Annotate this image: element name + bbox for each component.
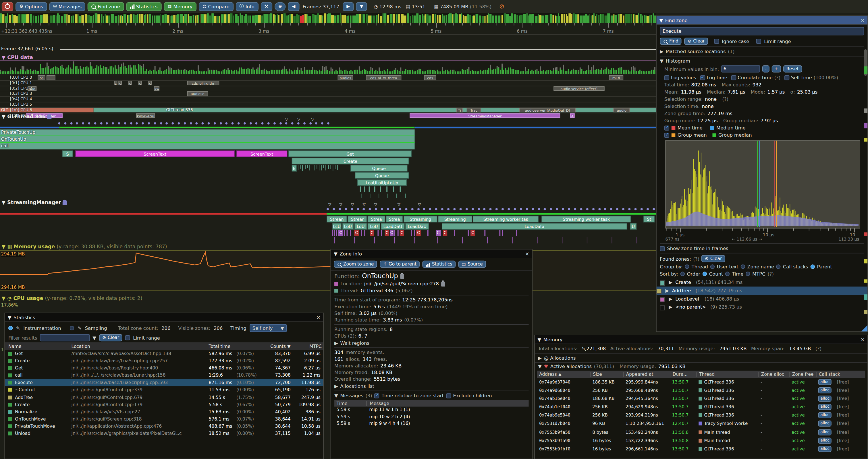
cpu-zone[interactable]: cds (424, 75, 436, 80)
tiny-zone[interactable] (334, 230, 335, 236)
zone-bar[interactable] (0, 136, 415, 143)
column-header[interactable]: Name (8, 344, 70, 349)
info-button[interactable]: ⓘInfo (236, 2, 258, 11)
zone-statistics-button[interactable]: Statistics (423, 261, 456, 268)
cpu-zone[interactable]: c (149, 81, 152, 85)
search-input[interactable]: Execute (660, 27, 864, 35)
go-to-parent-button[interactable]: ↑Go to parent (380, 261, 420, 268)
allocation-row[interactable]: 0x7553b9fa508 bytes153,492,240ns13:50.8M… (537, 428, 865, 436)
column-header[interactable]: Zone free (789, 372, 813, 376)
tiny-zone[interactable] (414, 230, 415, 236)
location-value[interactable]: jni/../jni/src/guif/Screen.cpp:278 (364, 281, 439, 287)
cpu-zone[interactable]: c (114, 81, 118, 85)
tiny-zone[interactable] (427, 230, 429, 236)
cpu-zone[interactable]: c (138, 81, 142, 85)
column-header[interactable]: Counts ▼ (264, 344, 291, 349)
allocations-list-expander[interactable]: ▶Allocations list (334, 384, 528, 389)
statistics-row[interactable]: Executejni/../jni/src/claw/base/LuaScrip… (5, 379, 323, 386)
cumulate-checkbox[interactable] (731, 75, 736, 80)
tiny-zone[interactable] (484, 230, 486, 236)
tiny-zone[interactable]: C (390, 230, 394, 236)
tiny-zone[interactable] (468, 230, 469, 236)
group-by-radio[interactable] (685, 264, 689, 269)
tiny-zone[interactable] (516, 230, 517, 236)
message-marker-icon[interactable]: ▽ (418, 202, 421, 207)
zone-bar[interactable] (0, 143, 415, 149)
cpu-plot-header[interactable]: ▼ ◔ CPU usage (y-range: 0.78%, visible d… (2, 295, 143, 301)
statistics-row[interactable]: ~Controljni/../jni/src/guif/Control.cpp:… (5, 386, 323, 394)
zoom-to-zone-button[interactable]: Zoom to zone (334, 261, 377, 268)
tiny-zone[interactable]: C (416, 230, 421, 236)
alloc-callstack-button[interactable]: alloc (818, 379, 832, 385)
message-marker-icon[interactable]: ▽ (297, 118, 300, 122)
clear-filter-button[interactable]: ⊗Clear (99, 334, 123, 341)
frame-dropdown-button[interactable]: ▼ (356, 2, 367, 11)
message-row[interactable]: 5.59 smip 11 w 1 h 1 (1) (334, 407, 528, 414)
cpu-zone[interactable]: audio (613, 108, 630, 112)
zone-bar[interactable]: LoadDaU (405, 223, 429, 230)
column-header[interactable]: Location (71, 344, 205, 349)
power-button[interactable] (2, 2, 13, 11)
allocation-row[interactable]: 0x7553b9fbf016 bytes296,661,146ns13:50.7… (537, 445, 865, 453)
message-marker-icon[interactable]: ▽ (339, 202, 342, 207)
zone-bar[interactable]: LoU (342, 223, 353, 230)
collapse-icon[interactable]: ▼ (8, 315, 11, 320)
min-bin-input[interactable]: 6 (721, 65, 760, 72)
zone-bar[interactable]: Get (288, 151, 412, 157)
log-time-checkbox[interactable] (700, 75, 705, 80)
alloc-callstack-button[interactable]: alloc (818, 413, 832, 419)
cpu-zone[interactable]: Trac (467, 108, 481, 112)
collapse-icon[interactable]: ▼ (537, 337, 541, 342)
column-header[interactable]: Thread (696, 372, 715, 376)
time-axis[interactable]: 1 ms2 ms3 ms4 ms5 ms6 ms7 ms (0, 23, 656, 35)
tiny-zone[interactable] (364, 230, 365, 236)
find-zone-button[interactable]: Find zone (88, 2, 124, 11)
active-allocations-expander[interactable]: ▼♥Active allocations(70,311)Memory usage… (535, 362, 867, 370)
cpu-zone[interactable]: audios (338, 75, 353, 80)
column-header[interactable]: Total time (209, 344, 263, 349)
collapse-icon[interactable]: ▼ (659, 18, 663, 23)
messages-button[interactable]: ✉Messages (49, 2, 85, 11)
statistics-row[interactable]: Createjni/../jni/src/claw/base/LuaScript… (5, 357, 323, 365)
source-button[interactable]: ▤Source (458, 261, 486, 268)
alloc-callstack-button[interactable]: alloc (818, 421, 832, 427)
cpu-zone[interactable]: c (128, 81, 132, 85)
cpu-zone[interactable] (46, 75, 56, 80)
zone-bar[interactable]: Streaming worker task (541, 216, 631, 223)
cpu-data-header[interactable]: ▼ CPU data (2, 55, 33, 60)
found-clear-button[interactable]: ⊗Clear (702, 255, 725, 262)
close-icon[interactable]: × (525, 251, 529, 256)
zone-bar[interactable]: Create (292, 158, 409, 164)
tiny-zone[interactable] (377, 230, 378, 236)
cpu-zone[interactable]: audio.service (effect) (554, 86, 604, 91)
next-frame-button[interactable]: ▶ (343, 2, 354, 11)
prev-frame-button[interactable]: ◀ (288, 2, 299, 11)
log-values-checkbox[interactable] (664, 75, 669, 80)
column-header[interactable]: Zone alloc (758, 372, 784, 376)
allocations-expander[interactable]: ▶@ Allocations (535, 354, 867, 363)
clear-button[interactable]: ⊘Clear (684, 38, 708, 45)
options-button[interactable]: ⚙Options (16, 2, 47, 11)
zone-bar[interactable]: LoU (368, 223, 380, 230)
mean-median-checkbox[interactable] (664, 126, 669, 130)
found-zone-row[interactable]: ▶Create(54,131) 643.34 ms (660, 278, 864, 287)
tiny-zone[interactable] (350, 230, 351, 236)
min-bin-plus-button[interactable]: + (772, 65, 781, 72)
copy-icon[interactable] (441, 281, 445, 286)
alloc-callstack-button[interactable]: alloc (818, 437, 832, 444)
zone-bar[interactable]: ScreenText (75, 151, 235, 157)
group-by-radio[interactable] (741, 264, 745, 269)
zone-bar[interactable]: U (630, 223, 637, 230)
frame-overview-strip[interactable] (0, 13, 656, 23)
group-by-radio[interactable] (776, 264, 781, 269)
cpu-zone[interactable]: cds_ol_rx_thr (187, 81, 219, 85)
ignore-case-checkbox[interactable] (714, 39, 719, 44)
close-icon[interactable]: × (861, 337, 865, 342)
group-by-radio[interactable] (710, 264, 715, 269)
message-marker-icon[interactable]: ▽ (328, 202, 331, 207)
zone-bar[interactable]: E (292, 165, 297, 171)
timing-select[interactable]: Self only▼ (250, 324, 287, 332)
message-marker-icon[interactable]: ▽ (398, 202, 400, 207)
message-marker-icon[interactable]: ▽ (311, 118, 314, 122)
find-zone-histogram[interactable] (665, 140, 860, 229)
